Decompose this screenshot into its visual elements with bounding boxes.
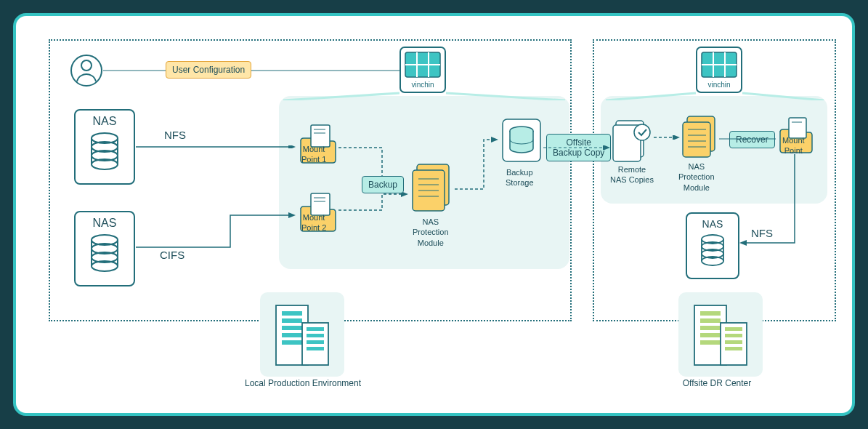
- svg-rect-73: [282, 333, 302, 337]
- document-stack-icon: [410, 161, 455, 214]
- svg-rect-54: [683, 122, 710, 157]
- nas-protection-module-local: [410, 161, 455, 214]
- svg-marker-29: [288, 212, 296, 218]
- nas-offsite-title: NAS: [702, 218, 723, 230]
- nas-2-title: NAS: [93, 217, 117, 230]
- backup-storage-label: Backup Storage: [506, 167, 534, 188]
- storage-disks-icon: [88, 233, 121, 275]
- remote-nas-copies: [610, 118, 655, 163]
- buildings-icon: [266, 298, 338, 371]
- svg-marker-43: [491, 137, 498, 143]
- storage-disks-icon: [88, 131, 121, 173]
- nas-device-1: NAS: [74, 109, 135, 185]
- protocol-cifs: CIFS: [160, 249, 184, 261]
- database-icon: [500, 116, 543, 164]
- remote-nas-copies-label: Remote NAS Copies: [610, 164, 654, 185]
- svg-rect-87: [725, 327, 742, 331]
- arrow-offsite-copy: [543, 145, 610, 150]
- line-module-to-storage: [455, 132, 498, 192]
- protocol-nfs-1: NFS: [164, 129, 186, 141]
- svg-rect-81: [700, 311, 721, 316]
- svg-rect-84: [700, 333, 721, 337]
- chip-backup: Backup: [362, 176, 404, 193]
- vinchin-icon: vinchin: [696, 47, 742, 93]
- svg-rect-76: [307, 327, 324, 331]
- storage-disks-icon: [698, 233, 727, 269]
- line-nas1-to-mount: [136, 145, 296, 148]
- nas-protection-module-local-label: NAS Protection Module: [413, 217, 449, 248]
- nas-device-2: NAS: [74, 211, 135, 286]
- chip-backup-label: Backup: [362, 176, 404, 193]
- svg-rect-79: [307, 347, 324, 350]
- vinchin-icon: vinchin: [399, 47, 446, 93]
- svg-rect-74: [282, 340, 302, 345]
- user-icon: [70, 54, 103, 87]
- chip-user-configuration-label: User Configuration: [166, 61, 251, 79]
- line-mount-to-nas-offsite: [739, 154, 798, 246]
- svg-text:vinchin: vinchin: [707, 81, 730, 89]
- svg-rect-71: [282, 318, 302, 323]
- beam-offsite: [601, 92, 828, 100]
- svg-rect-82: [700, 318, 721, 323]
- chip-user-configuration: User Configuration: [166, 61, 251, 79]
- svg-marker-22: [288, 145, 296, 148]
- building-offsite: [678, 292, 763, 377]
- beam-local: [279, 92, 568, 100]
- arrow-copies-to-module: [654, 135, 680, 140]
- vinchin-app-offsite: vinchin: [696, 47, 742, 93]
- svg-marker-47: [603, 145, 610, 150]
- line-module-to-mount-offsite: [719, 137, 776, 141]
- building-local: [260, 292, 344, 377]
- line-nas2-to-mount: [136, 212, 296, 249]
- svg-point-1: [81, 60, 92, 71]
- mount-point-2-label: Mount Point 2: [301, 212, 326, 233]
- svg-rect-77: [307, 334, 324, 337]
- vinchin-app-local: vinchin: [399, 47, 446, 93]
- zone-offsite-title: Offsite DR Center: [662, 378, 771, 388]
- svg-point-50: [634, 124, 650, 140]
- nas-protection-module-offsite-label: NAS Protection Module: [678, 161, 715, 193]
- svg-marker-52: [673, 135, 680, 140]
- svg-marker-68: [739, 240, 747, 246]
- zone-local-title: Local Production Environment: [234, 378, 372, 388]
- svg-text:vinchin: vinchin: [411, 81, 434, 89]
- svg-rect-89: [725, 340, 742, 344]
- document-stack-icon: [680, 113, 721, 160]
- nas-protection-module-offsite: [680, 113, 721, 160]
- mount-point-offsite-label: Mount Point: [782, 135, 805, 156]
- document-check-icon: [610, 118, 655, 163]
- buildings-icon: [684, 298, 757, 371]
- diagram-frame: User Configuration vinchin vinchin NAS: [13, 13, 855, 416]
- mount-point-1-label: Mount Point 1: [301, 144, 326, 165]
- nas-1-title: NAS: [93, 115, 117, 128]
- svg-rect-85: [700, 340, 721, 345]
- svg-rect-90: [725, 347, 742, 350]
- svg-rect-72: [282, 326, 302, 330]
- svg-rect-70: [282, 311, 302, 316]
- backup-storage: [500, 116, 543, 164]
- svg-rect-83: [700, 326, 721, 330]
- nas-device-offsite: NAS: [686, 212, 739, 279]
- svg-rect-78: [307, 340, 324, 344]
- svg-rect-88: [725, 334, 742, 337]
